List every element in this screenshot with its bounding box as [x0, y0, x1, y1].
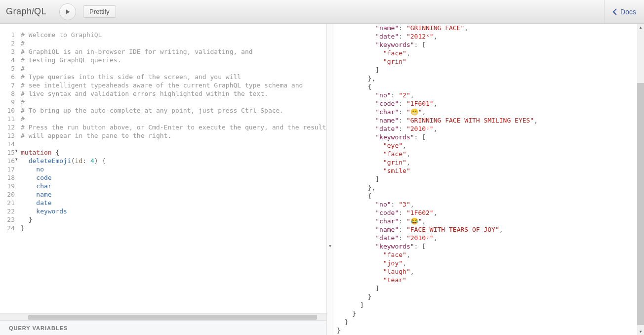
editor-pane: 123456789101112131415161718192021222324 … — [0, 24, 327, 335]
result-fold-gutter: ▾ — [327, 24, 332, 335]
result-text[interactable]: "name": "GRINNING FACE", "date": "2012ˣ"… — [327, 24, 644, 335]
query-editor[interactable]: 123456789101112131415161718192021222324 … — [0, 24, 326, 313]
fold-icon[interactable]: ▾ — [15, 148, 18, 153]
scroll-up-icon[interactable]: ▴ — [637, 24, 644, 31]
main: 123456789101112131415161718192021222324 … — [0, 24, 644, 335]
docs-toggle[interactable]: Docs — [604, 0, 644, 23]
code-text[interactable]: # Welcome to GraphiQL # # GraphiQL is an… — [19, 24, 326, 313]
app-title: GraphiQL — [6, 6, 46, 17]
fold-icon[interactable]: ▾ — [15, 157, 18, 162]
docs-label: Docs — [620, 8, 636, 16]
query-variables-bar[interactable]: QUERY VARIABLES — [0, 320, 326, 335]
chevron-left-icon — [612, 8, 617, 15]
chevron-down-icon[interactable]: ▾ — [327, 243, 333, 249]
result-vscroll[interactable]: ▴ ▾ — [637, 24, 644, 335]
run-button[interactable] — [59, 3, 76, 20]
play-icon — [64, 8, 71, 15]
prettify-button[interactable]: Prettify — [83, 5, 116, 18]
title-pre: Graph — [6, 6, 32, 16]
scroll-down-icon[interactable]: ▾ — [637, 328, 644, 335]
title-post: QL — [34, 6, 46, 16]
editor-hscroll[interactable] — [0, 313, 326, 320]
line-gutter: 123456789101112131415161718192021222324 — [0, 24, 19, 313]
vscroll-thumb[interactable] — [637, 83, 644, 325]
query-variables-label: QUERY VARIABLES — [9, 325, 68, 331]
toolbar: GraphiQL Prettify Docs — [0, 0, 644, 24]
hscroll-thumb[interactable] — [28, 315, 317, 320]
result-pane: ▾ "name": "GRINNING FACE", "date": "2012… — [327, 24, 644, 335]
